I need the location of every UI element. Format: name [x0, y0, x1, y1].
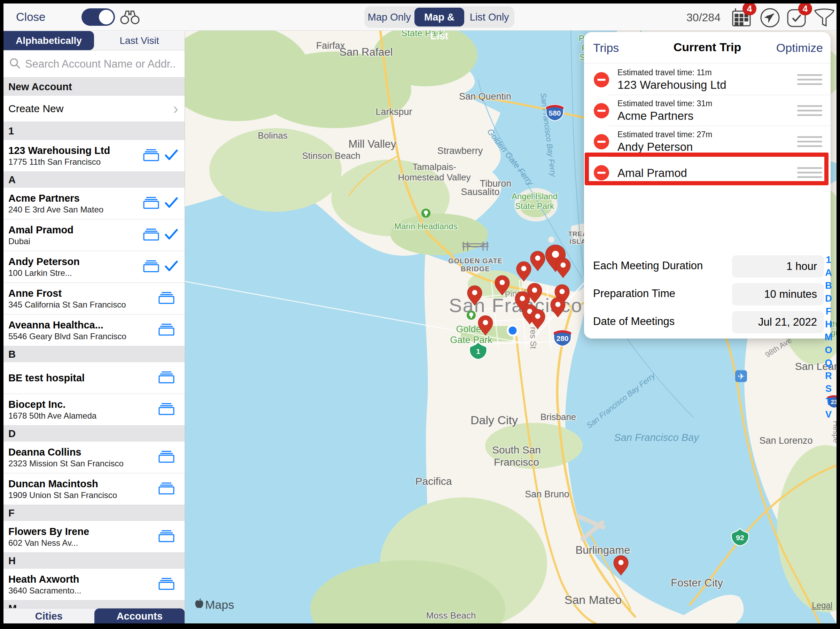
map-pin[interactable] [556, 258, 570, 278]
city-label: Daly City [471, 413, 518, 427]
trip-stop-row[interactable]: Estimated travel time: 27mAndy Peterson [584, 126, 831, 157]
account-name: 123 Warehousing Ltd [8, 144, 143, 157]
account-stack-icon[interactable] [158, 577, 175, 592]
account-row[interactable]: Flowers By Irene602 Van Ness Av... [3, 521, 185, 553]
travel-time-label: Estimated travel time: 31m [617, 99, 712, 108]
account-row[interactable]: Heath Axworth3640 Sacramento... [3, 569, 185, 601]
account-address: 3640 Sacramento... [8, 585, 158, 596]
segment-map-only[interactable]: Map Only [364, 8, 414, 27]
alphabet-index: 1ABDFHMOQRSTV [823, 254, 834, 421]
drag-handle-icon[interactable] [797, 74, 822, 88]
section-header: A [3, 172, 185, 188]
drag-handle-icon[interactable] [797, 167, 822, 181]
account-stack-icon[interactable] [158, 291, 175, 306]
search-input[interactable] [25, 58, 175, 70]
index-letter-1[interactable]: 1 [823, 254, 834, 266]
drag-handle-icon[interactable] [797, 105, 822, 119]
checkins-badge: 4 [798, 3, 812, 15]
account-row[interactable]: Anne Frost345 California St San Francisc… [3, 283, 185, 314]
index-letter-M[interactable]: M [823, 331, 834, 344]
setting-value-field[interactable]: 1 hour [732, 255, 824, 278]
account-row[interactable]: Biocept Inc.1678 50th Ave Alameda [3, 394, 185, 426]
interstate-shield-580: 580 [546, 105, 564, 121]
map-pin[interactable] [614, 556, 628, 575]
account-row[interactable]: Deanna Collins2323 Mission St San Franci… [3, 442, 185, 473]
account-stack-icon[interactable] [158, 529, 175, 544]
setting-label: Date of Meetings [593, 315, 674, 328]
drag-handle-icon[interactable] [797, 136, 822, 150]
remove-stop-icon[interactable] [594, 103, 609, 119]
calendar-badge: 4 [742, 3, 756, 15]
trip-stop-row[interactable]: Amal Pramod [584, 157, 831, 188]
remove-stop-icon[interactable] [594, 72, 609, 87]
account-stack-icon[interactable] [143, 228, 159, 242]
index-letter-F[interactable]: F [823, 305, 834, 318]
travel-time-label: Estimated travel time: 11m [617, 68, 712, 77]
remove-stop-icon[interactable] [594, 165, 609, 180]
index-letter-D[interactable]: D [823, 292, 834, 305]
account-stack-icon[interactable] [158, 371, 175, 385]
trip-stop-row[interactable]: Estimated travel time: 31mAcme Partners [584, 95, 831, 126]
segment-list-only[interactable]: List Only [464, 8, 515, 27]
setting-value-field[interactable]: Jul 21, 2022 [732, 311, 824, 333]
account-stack-icon[interactable] [158, 323, 175, 338]
account-row[interactable]: Aveanna Healthca...5546 Geary Blvd San F… [3, 314, 185, 346]
account-row[interactable]: Duncan Macintosh1909 Union St San Franci… [3, 473, 185, 505]
index-letter-R[interactable]: R [823, 370, 834, 382]
index-letter-H[interactable]: H [823, 318, 834, 331]
account-row[interactable]: BE test hospital [3, 362, 185, 394]
account-stack-icon[interactable] [158, 402, 175, 417]
account-stack-icon[interactable] [143, 196, 159, 211]
setting-value-field[interactable]: 10 minutes [732, 283, 824, 305]
setting-label: Preparation Time [593, 287, 675, 300]
current-trip-panel: Trips Current Trip Optimize Estimated tr… [584, 32, 831, 338]
optimize-button[interactable]: Optimize [776, 41, 823, 55]
index-letter-S[interactable]: S [823, 382, 834, 395]
account-address: 240 E 3rd Ave San Mateo [8, 204, 143, 215]
account-stack-icon[interactable] [158, 482, 175, 496]
tab-cities[interactable]: Cities [3, 608, 95, 623]
index-letter-A[interactable]: A [823, 266, 834, 279]
stop-name: Acme Partners [617, 109, 693, 123]
account-row[interactable]: 123 Warehousing Ltd1775 11th San Francis… [3, 140, 185, 172]
index-letter-T[interactable]: T [823, 395, 834, 408]
index-letter-V[interactable]: V [823, 408, 834, 421]
account-row[interactable]: Acme Partners240 E 3rd Ave San Mateo [3, 188, 185, 220]
tab-accounts[interactable]: Accounts [95, 608, 185, 623]
account-stack-icon[interactable] [143, 149, 159, 163]
map-pin[interactable] [531, 251, 545, 271]
tab-last-visit[interactable]: Last Visit [94, 31, 185, 50]
index-letter-O[interactable]: O [823, 344, 834, 357]
binoculars-icon[interactable] [120, 8, 140, 27]
index-letter-Q[interactable]: Q [823, 357, 834, 370]
account-stack-icon[interactable] [158, 450, 175, 465]
create-new-account-row[interactable]: Create New› [3, 96, 185, 122]
accounts-counter: 30/284 [682, 11, 725, 24]
tab-alphabetically[interactable]: Alphabetically [3, 31, 94, 50]
account-stack-icon[interactable] [143, 259, 159, 274]
locate-me-icon[interactable] [760, 8, 780, 29]
account-name: Anne Frost [8, 287, 158, 300]
travel-time-label: Estimated travel time: 27m [617, 130, 712, 139]
legal-link[interactable]: Legal [812, 601, 832, 610]
close-button[interactable]: Close [16, 11, 45, 24]
city-label: San Lorenzo [759, 435, 813, 446]
filter-icon[interactable] [813, 8, 835, 29]
account-row[interactable]: Amal PramodDubai [3, 220, 185, 251]
trip-stop-row[interactable]: Estimated travel time: 11m123 Warehousin… [584, 65, 831, 95]
remove-stop-icon[interactable] [594, 134, 609, 149]
svg-text:280: 280 [556, 334, 568, 342]
colorize-toggle[interactable] [82, 8, 115, 26]
city-label: South SanFrancisco [492, 444, 541, 468]
app-window: Close Map Only Map & List List Only 30/2… [3, 3, 837, 623]
water-label: San Francisco Bay [614, 432, 699, 443]
account-row[interactable]: Andy Peterson100 Larkin Stre... [3, 251, 185, 283]
section-header: D [3, 426, 185, 442]
svg-text:✈: ✈ [737, 371, 745, 381]
toggle-knob [99, 10, 114, 24]
segment-map-and-list[interactable]: Map & List [414, 8, 464, 27]
account-list: New AccountCreate New›1123 Warehousing L… [3, 77, 185, 616]
city-label: Mill Valley [348, 138, 396, 150]
index-letter-B[interactable]: B [823, 279, 834, 292]
checkmark-icon [164, 197, 180, 210]
